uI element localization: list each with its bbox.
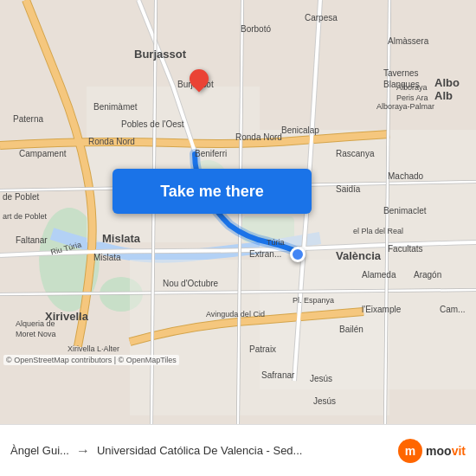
moovit-text: moovit bbox=[426, 444, 466, 458]
copyright-text: © OpenStreetMap contributors | © OpenMap… bbox=[3, 355, 179, 365]
bottom-bar: Àngel Gui... → Universidad Católica De V… bbox=[0, 424, 476, 476]
moovit-logo: m moovit bbox=[398, 439, 466, 463]
svg-rect-5 bbox=[87, 87, 260, 242]
map-container: Burjassot Burjassot Borbotó Carpesa Almà… bbox=[0, 0, 476, 424]
take-me-there-button[interactable]: Take me there bbox=[113, 169, 312, 214]
svg-rect-7 bbox=[130, 260, 389, 415]
start-marker bbox=[290, 247, 306, 262]
moovit-m-icon: m bbox=[398, 439, 422, 463]
arrow-icon: → bbox=[76, 443, 90, 459]
origin-text: Àngel Gui... bbox=[10, 444, 69, 457]
end-marker bbox=[189, 69, 209, 97]
destination-text: Universidad Católica De Valencia - Sed..… bbox=[97, 444, 391, 457]
